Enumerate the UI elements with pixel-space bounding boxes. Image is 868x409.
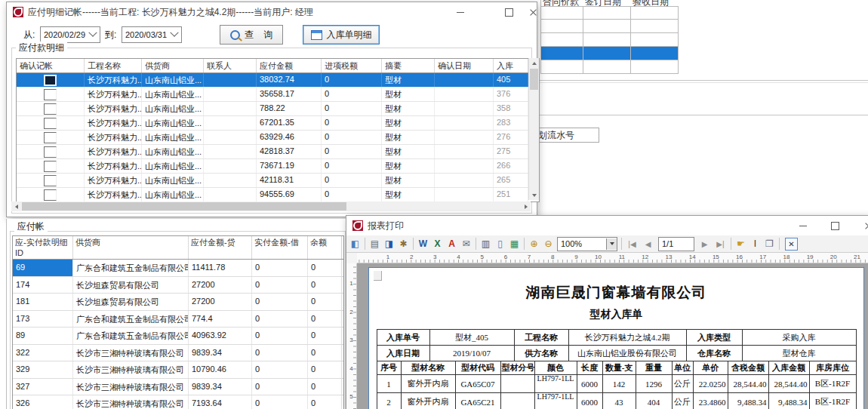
page-number-field[interactable]: 1/1 — [658, 237, 694, 251]
window-title: 应付明细记帐------当前工程: 长沙万科魅力之城4.2期------当前用户… — [28, 6, 313, 19]
tools-icon[interactable]: ✱ — [397, 238, 410, 251]
background-table-row[interactable] — [541, 33, 679, 47]
confirm-checkbox[interactable] — [44, 103, 57, 115]
copy-tool-icon[interactable]: ❐ — [763, 238, 776, 251]
cell-tax: 0 — [322, 159, 382, 173]
minimize-button[interactable] — [792, 217, 814, 234]
query-button[interactable]: 查 询 — [220, 25, 283, 45]
export-pdf-icon[interactable]: A — [445, 238, 458, 251]
scrollbar-thumb[interactable] — [530, 69, 538, 90]
confirm-checkbox[interactable] — [44, 118, 57, 129]
table-row[interactable]: 长沙万科魅力... 山东南山铝业... 73671.19 0 型材 266 — [17, 159, 539, 174]
cell-project: 长沙万科魅力... — [85, 188, 142, 201]
table-row[interactable]: 长沙万科魅力... 山东南山铝业... 63929.46 0 型材 276 — [17, 131, 539, 145]
export-word-icon[interactable]: W — [417, 238, 429, 251]
vertical-scrollbar[interactable] — [528, 58, 539, 200]
scroll-left-icon[interactable] — [11, 201, 21, 211]
scroll-right-icon[interactable] — [521, 201, 531, 211]
background-table-row[interactable] — [541, 20, 679, 33]
table-row[interactable]: 174 长沙坦森贸易有限公司 27200 0 0 — [13, 277, 343, 294]
table-row[interactable]: 322 长沙市三湘特种玻璃有限公司 9839.34 0 0 — [13, 345, 343, 362]
background-table-row[interactable] — [541, 60, 679, 74]
cell-project: 长沙万科魅力... — [85, 145, 142, 158]
confirm-checkbox[interactable] — [44, 132, 57, 143]
minimize-button[interactable] — [449, 4, 472, 20]
zoom-select[interactable]: 100% — [557, 237, 617, 251]
ruler-number: 20 — [814, 253, 837, 263]
table-row[interactable]: 长沙万科魅力... 山东南山铝业... 42818.37 0 型材 275 — [17, 145, 539, 159]
table-row[interactable]: 326 长沙市三湘特种玻璃有限公司 7193.64 0 0 — [13, 395, 343, 409]
cell-amount: 42118.31 — [257, 174, 322, 187]
confirm-checkbox[interactable] — [44, 161, 57, 172]
background-divider — [528, 82, 868, 83]
maximize-button[interactable] — [497, 4, 520, 20]
scrollbar-thumb[interactable] — [22, 202, 346, 211]
from-date-select[interactable]: 2020/02/29 — [40, 26, 100, 43]
cell-supplier: 长沙坦森贸易有限公司 — [73, 277, 189, 294]
close-button[interactable] — [857, 217, 868, 234]
column-header: 实付金额-借 — [252, 236, 308, 259]
zoom-out-icon[interactable]: ⊖ — [542, 238, 555, 251]
cell-inbound-no: 283 — [494, 116, 528, 130]
column-header: 单位 — [672, 361, 693, 375]
table-row[interactable]: 长沙万科魅力... 山东南山铝业... 42118.31 0 型材 265 — [17, 174, 539, 188]
report-info-row: 入库日期 2019/10/07 供方名称 山东南山铝业股份有限公司 仓库名称 型… — [377, 346, 856, 361]
report-preview-area[interactable]: 12345 湖南巨晟门窗幕墙有限公司 型材入库单 入库单号 型材_405 工程名… — [346, 263, 868, 409]
page-layout-icon[interactable]: ▯ — [494, 238, 506, 251]
prev-page-icon[interactable]: ◀ — [642, 238, 654, 251]
table-row[interactable]: 长沙万科魅力... 山东南山铝业... 35658.17 0 型材 376 — [17, 88, 539, 102]
cell-confirm-date — [435, 116, 494, 130]
export-mail-icon[interactable]: ✉ — [460, 238, 472, 251]
print-icon[interactable]: ▤ — [368, 238, 381, 251]
toolbar-separator — [731, 238, 731, 250]
table-row[interactable]: 89 广东合和建筑五金制品有限公司 40963.92 0 0 — [13, 328, 343, 345]
scroll-up-icon[interactable] — [529, 58, 539, 68]
table-row[interactable]: 329 长沙市三湘特种玻璃有限公司 10790.46 0 0 — [13, 361, 343, 379]
cell-payable: 27200 — [189, 294, 252, 310]
inbound-detail-button[interactable]: 入库单明细 — [303, 25, 380, 45]
cell-supplier: 山东南山铝业... — [142, 116, 204, 130]
table-row[interactable]: 长沙万科魅力... 山东南山铝业... 38032.74 0 型材 405 — [17, 73, 539, 88]
export-excel-icon[interactable]: X — [431, 238, 444, 251]
next-page-icon[interactable]: ▶ — [698, 238, 711, 251]
table-row[interactable]: 长沙万科魅力... 山东南山铝业... 67201.35 0 型材 283 — [17, 116, 539, 131]
cell-tax: 0 — [322, 88, 382, 101]
last-page-icon[interactable]: ▶| — [714, 238, 727, 251]
panel-toggle-icon[interactable]: ◧ — [349, 238, 362, 251]
hand-tool-icon[interactable]: ☛ — [734, 238, 747, 251]
text-select-icon[interactable]: I — [749, 238, 762, 251]
to-date-select[interactable]: 2020/03/31 — [122, 26, 182, 43]
cell-supplier: 长沙市三湘特种玻璃有限公司 — [73, 379, 189, 395]
cell-supplier: 山东南山铝业... — [142, 131, 204, 144]
payable-details-table: 确认记帐工程名称供货商联系人应付金额进项税额摘要确认日期入库 长沙万科魅力...… — [16, 58, 540, 202]
book-icon[interactable]: ◨ — [383, 238, 396, 251]
first-page-icon[interactable]: |◀ — [626, 238, 639, 251]
zoom-in-icon[interactable]: ⊕ — [528, 238, 540, 251]
close-button[interactable] — [522, 4, 544, 20]
ruler-number: 5 — [346, 393, 356, 409]
close-preview-icon[interactable]: ✕ — [785, 238, 798, 251]
background-table-row[interactable] — [541, 6, 679, 20]
cell-supplier: 长沙市三湘特种玻璃有限公司 — [73, 345, 189, 361]
scroll-down-icon[interactable] — [529, 190, 539, 200]
dropdown-arrow-icon[interactable] — [606, 238, 617, 250]
confirm-checkbox[interactable] — [44, 175, 57, 186]
table-row[interactable]: 69 广东合和建筑五金制品有限公司 11411.78 0 0 — [13, 260, 343, 277]
confirm-checkbox[interactable] — [44, 89, 57, 100]
table-row[interactable]: 长沙万科魅力... 山东南山铝业... 788.22 0 型材 358 — [17, 102, 539, 116]
confirm-checkbox[interactable] — [44, 146, 57, 158]
cell-supplier: 长沙坦森贸易有限公司 — [73, 294, 189, 310]
table-row[interactable]: 173 广东合和建筑五金制品有限公司 774.4 0 0 — [13, 311, 343, 328]
table-row[interactable]: 327 长沙市三湘特种玻璃有限公司 9839.34 0 0 — [13, 379, 343, 396]
grid-view-icon[interactable]: ▦ — [508, 238, 521, 251]
table-row[interactable]: 长沙万科魅力... 山东南山铝业... 94555.69 0 型材 251 — [17, 188, 539, 201]
column-header: 序号 — [377, 361, 401, 375]
horizontal-scrollbar[interactable] — [11, 201, 531, 211]
confirm-checkbox[interactable] — [44, 75, 57, 86]
confirm-checkbox[interactable] — [44, 189, 57, 201]
table-row[interactable]: 181 长沙坦森贸易有限公司 27200 0 0 — [13, 294, 343, 311]
maximize-button[interactable] — [823, 217, 846, 234]
cell-inbound-no: 276 — [494, 131, 528, 144]
print-setup-icon[interactable]: ▥ — [479, 238, 492, 251]
background-table-row[interactable] — [541, 47, 679, 60]
